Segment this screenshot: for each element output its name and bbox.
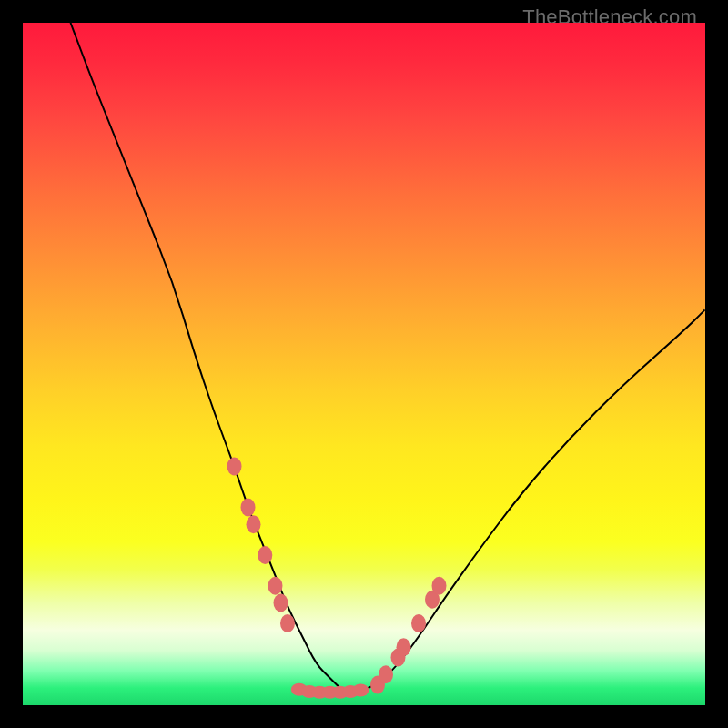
- bottleneck-curve: [71, 23, 706, 692]
- marker-dot: [432, 577, 447, 595]
- marker-dot: [247, 515, 261, 533]
- chart-frame: TheBottleneck.com: [0, 0, 728, 728]
- marker-dot: [280, 614, 295, 632]
- marker-cluster-bottom: [291, 683, 369, 699]
- marker-dot: [397, 638, 411, 656]
- marker-dot: [268, 577, 283, 595]
- marker-dot: [241, 499, 256, 517]
- marker-dot: [258, 546, 272, 564]
- marker-dot: [379, 665, 393, 683]
- marker-dot: [274, 594, 288, 612]
- marker-dot: [411, 614, 426, 632]
- marker-cluster-left: [228, 458, 296, 633]
- marker-dot: [352, 684, 369, 697]
- marker-cluster-right: [370, 577, 447, 694]
- marker-dot: [228, 458, 242, 476]
- curve-svg: [23, 23, 705, 705]
- plot-area: [23, 23, 705, 705]
